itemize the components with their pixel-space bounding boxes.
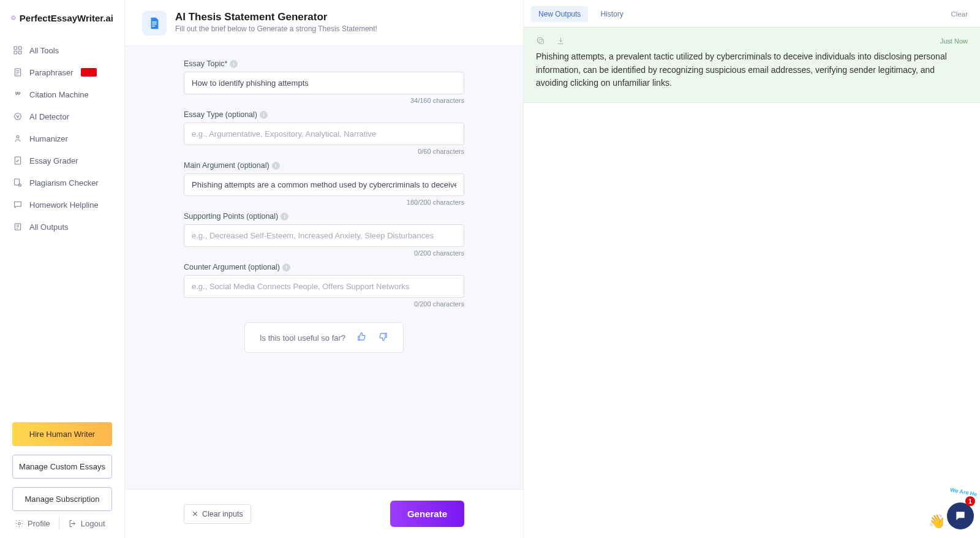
profile-link[interactable]: Profile [15, 519, 50, 528]
sidebar-item-all-tools[interactable]: All Tools [10, 39, 115, 61]
check-doc-icon [12, 155, 23, 166]
grid-icon [12, 45, 23, 56]
manage-subscription-button[interactable]: Manage Subscription [12, 487, 112, 511]
output-panel: New Outputs History Clear Just Now Phish… [524, 0, 980, 538]
chat-button[interactable] [947, 502, 974, 529]
copy-icon[interactable] [536, 36, 545, 45]
info-icon[interactable]: i [272, 162, 280, 170]
clear-inputs-button[interactable]: Clear inputs [184, 504, 251, 524]
info-icon[interactable]: i [281, 213, 288, 221]
svg-rect-4 [14, 47, 17, 50]
main-argument-count: 180/200 characters [184, 199, 464, 206]
tool-subtitle: Fill out the brief below to Generate a s… [175, 25, 377, 33]
sidebar-item-ai-detector[interactable]: AI Detector [10, 105, 115, 127]
chat-widget[interactable]: We Are He 👋 1 [940, 495, 974, 529]
divider [59, 517, 59, 529]
sidebar-item-label: Homework Helpline [29, 200, 99, 210]
sidebar-nav: All Tools Paraphraser Citation Machine A… [0, 39, 124, 416]
manage-essays-button[interactable]: Manage Custom Essays [12, 455, 112, 479]
svg-point-0 [12, 16, 15, 20]
document-icon [12, 67, 23, 78]
center-panel: AI Thesis Statement Generator Fill out t… [125, 0, 524, 538]
tool-title: AI Thesis Statement Generator [175, 11, 377, 23]
clear-outputs-link[interactable]: Clear [951, 10, 968, 18]
tool-header: AI Thesis Statement Generator Fill out t… [125, 0, 523, 46]
sidebar-item-label: Citation Machine [29, 90, 89, 99]
center-footer: Clear inputs Generate [125, 489, 523, 538]
svg-point-10 [17, 135, 19, 138]
sidebar-item-all-outputs[interactable]: All Outputs [10, 216, 115, 238]
main-argument-input[interactable] [184, 173, 464, 196]
sidebar-item-paraphraser[interactable]: Paraphraser [10, 61, 115, 83]
sidebar-item-label: Plagiarism Checker [29, 178, 99, 188]
person-icon [12, 133, 23, 144]
x-icon [192, 510, 198, 517]
supporting-count: 0/200 characters [184, 249, 464, 257]
brand-logo[interactable]: PerfectEssayWriter.ai [0, 11, 124, 39]
svg-point-3 [13, 15, 13, 16]
counter-input[interactable] [184, 275, 464, 298]
output-card: Just Now Phishing attempts, a prevalent … [524, 27, 980, 103]
sidebar-item-label: Humanizer [29, 134, 68, 143]
gear-icon [15, 519, 24, 528]
svg-rect-5 [18, 47, 21, 50]
sidebar-item-label: All Tools [29, 46, 59, 55]
sidebar-item-humanizer[interactable]: Humanizer [10, 127, 115, 150]
sidebar-item-label: Paraphraser [29, 68, 74, 77]
logout-icon [68, 519, 77, 528]
chat-bubble-icon [954, 510, 967, 522]
sidebar-item-homework[interactable]: Homework Helpline [10, 194, 115, 216]
sidebar-item-label: Essay Grader [29, 156, 78, 165]
brand-name-a: PerfectEssayWriter [20, 13, 103, 23]
sidebar: PerfectEssayWriter.ai All Tools Paraphra… [0, 0, 125, 538]
quote-icon [12, 89, 23, 100]
svg-point-1 [12, 17, 13, 18]
search-doc-icon [12, 177, 23, 188]
tool-doc-icon [142, 11, 167, 36]
info-icon[interactable]: i [260, 111, 268, 119]
stack-icon [12, 221, 23, 232]
new-badge [81, 68, 97, 77]
essay-type-input[interactable] [184, 123, 464, 145]
form-area: Essay Topic*i 34/160 characters Essay Ty… [125, 46, 523, 489]
tab-history[interactable]: History [593, 6, 630, 22]
generate-button[interactable]: Generate [390, 501, 464, 527]
hire-writer-button[interactable]: Hire Human Writer [12, 422, 112, 446]
sidebar-item-plagiarism[interactable]: Plagiarism Checker [10, 172, 115, 194]
counter-count: 0/200 characters [184, 300, 464, 308]
clear-inputs-label: Clear inputs [202, 510, 243, 518]
output-text: Phishing attempts, a prevalent tactic ut… [536, 50, 968, 90]
feedback-box: Is this tool useful so far? [244, 322, 404, 353]
thumbs-up-icon[interactable] [356, 332, 367, 344]
thumbs-down-icon[interactable] [378, 332, 388, 344]
essay-type-label: Essay Type (optional)i [184, 110, 464, 119]
info-icon[interactable]: i [282, 263, 290, 271]
info-icon[interactable]: i [230, 60, 238, 68]
essay-topic-count: 34/160 characters [184, 97, 464, 104]
logout-link[interactable]: Logout [68, 519, 105, 528]
brand-name-b: .ai [103, 13, 113, 23]
output-timestamp: Just Now [940, 37, 968, 45]
sidebar-item-citation[interactable]: Citation Machine [10, 83, 115, 105]
supporting-label: Supporting Points (optional)i [184, 212, 464, 221]
chat-badge: 1 [965, 496, 975, 506]
output-header: New Outputs History Clear [524, 0, 980, 27]
wave-icon: 👋 [929, 513, 945, 529]
svg-point-15 [18, 522, 21, 525]
svg-rect-17 [538, 38, 543, 43]
essay-type-count: 0/60 characters [184, 148, 464, 155]
download-icon[interactable] [556, 36, 565, 45]
feedback-text: Is this tool useful so far? [260, 333, 345, 343]
essay-topic-input[interactable] [184, 72, 464, 94]
brand-icon [11, 11, 16, 25]
chat-icon [12, 199, 23, 210]
svg-point-2 [13, 17, 14, 18]
svg-rect-16 [539, 39, 544, 44]
sidebar-item-grader[interactable]: Essay Grader [10, 150, 115, 172]
tab-new-outputs[interactable]: New Outputs [531, 6, 588, 22]
svg-rect-7 [18, 51, 21, 54]
ai-icon [12, 111, 23, 122]
supporting-input[interactable] [184, 224, 464, 247]
sidebar-item-label: All Outputs [29, 222, 69, 232]
svg-rect-6 [14, 51, 17, 54]
